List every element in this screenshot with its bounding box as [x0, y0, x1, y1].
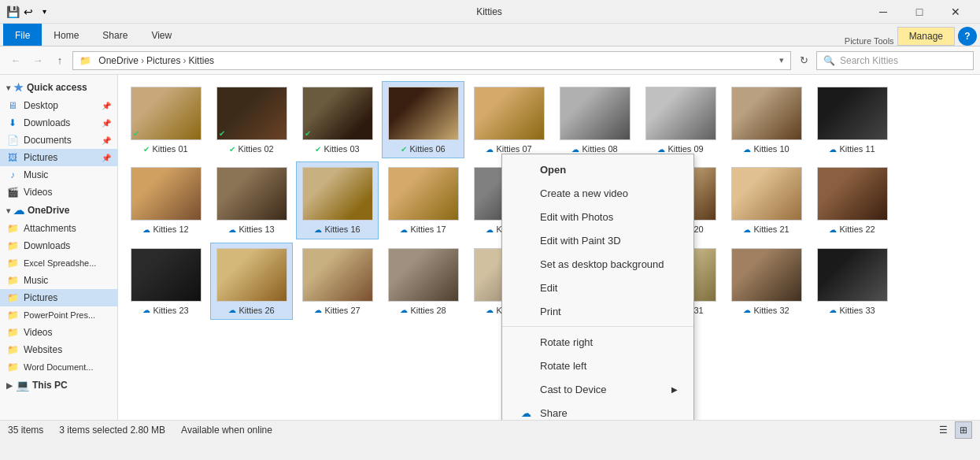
sidebar-item-music2[interactable]: 📁 Music: [0, 272, 117, 289]
ctx-item-share[interactable]: ☁ Share: [502, 401, 693, 420]
file-item-06[interactable]: ✔ Kitties 06: [382, 81, 464, 158]
back-button[interactable]: ←: [6, 51, 25, 70]
pin-icon: 📌: [102, 136, 111, 145]
sidebar-header-thispc[interactable]: ▶ 💻 This PC: [0, 376, 117, 395]
file-item-01[interactable]: ✔ ✔ Kitties 01: [124, 81, 207, 158]
file-item-27[interactable]: ☁ Kitties 27: [296, 243, 379, 320]
folder-icon: 📁: [6, 257, 19, 269]
file-thumbnail: ✔: [302, 87, 373, 140]
sidebar-label: Downloads: [24, 117, 70, 128]
music-icon: ♪: [6, 169, 19, 181]
file-item-28[interactable]: ☁ Kitties 28: [382, 243, 464, 320]
minimize-button[interactable]: ─: [865, 0, 901, 24]
sidebar-item-pptpres[interactable]: 📁 PowerPoint Pres...: [0, 306, 117, 324]
address-path[interactable]: 📁 OneDrive › Pictures › Kitties ▾: [72, 51, 791, 70]
ctx-item-label: Print: [540, 306, 561, 317]
path-dropdown-icon[interactable]: ▾: [779, 55, 784, 65]
item-icon: [518, 303, 534, 319]
ctx-item-set-desktop-bg[interactable]: Set as desktop background: [502, 252, 693, 276]
documents-icon: 📄: [6, 134, 19, 147]
sidebar-item-downloads2[interactable]: 📁 Downloads: [0, 237, 117, 254]
item-icon: [518, 161, 534, 177]
file-item-07[interactable]: ☁ Kitties 07: [468, 81, 550, 158]
file-item-17[interactable]: ☁ Kitties 17: [382, 161, 464, 239]
file-name-label: ☁ Kitties 28: [400, 305, 446, 316]
ctx-item-create-new-video[interactable]: Create a new video: [502, 181, 693, 205]
help-button[interactable]: ?: [958, 27, 977, 46]
file-item-26[interactable]: ☁ Kitties 26: [210, 243, 293, 320]
ctx-item-label: Rotate left: [540, 360, 586, 372]
search-box[interactable]: 🔍 Search Kitties: [816, 51, 974, 70]
file-item-11[interactable]: ☁ Kitties 11: [811, 81, 893, 158]
ctx-item-open[interactable]: Open: [502, 158, 693, 181]
cloud-icon: ☁: [518, 405, 534, 420]
file-item-09[interactable]: ☁ Kitties 09: [639, 81, 722, 158]
sidebar-item-downloads[interactable]: ⬇ Downloads 📌: [0, 114, 117, 132]
file-item-08[interactable]: ☁ Kitties 08: [553, 81, 636, 158]
tab-manage[interactable]: Manage: [897, 27, 955, 46]
ctx-item-edit[interactable]: Edit: [502, 276, 693, 299]
sidebar-item-desktop[interactable]: 🖥 Desktop 📌: [0, 97, 117, 114]
file-name-label: ☁ Kitties 21: [743, 224, 789, 235]
ctx-item-label: Set as desktop background: [540, 258, 664, 270]
close-button[interactable]: ✕: [937, 0, 974, 24]
sidebar-item-excel[interactable]: 📁 Excel Spreadshe...: [0, 254, 117, 272]
file-thumbnail: [645, 87, 716, 140]
quick-access-icon[interactable]: 💾: [6, 6, 19, 18]
sidebar-header-quick-access[interactable]: ▾ ★ Quick access: [0, 78, 117, 97]
path-pictures: Pictures: [146, 55, 180, 66]
tab-view[interactable]: View: [139, 24, 183, 46]
sidebar-item-websites[interactable]: 📁 Websites: [0, 341, 117, 358]
maximize-button[interactable]: □: [901, 0, 937, 24]
file-name-label: ☁ Kitties 13: [228, 224, 274, 235]
undo-icon[interactable]: ↩: [22, 6, 35, 18]
grid-view-button[interactable]: ⊞: [955, 421, 972, 439]
tab-home[interactable]: Home: [42, 24, 91, 46]
sidebar: ▾ ★ Quick access 🖥 Desktop 📌 ⬇ Downloads…: [0, 75, 118, 420]
title-bar-icons: 💾 ↩ ▾: [6, 6, 50, 18]
path-icon: 📁: [80, 55, 91, 66]
list-view-button[interactable]: ☰: [934, 421, 952, 439]
sidebar-item-documents[interactable]: 📄 Documents 📌: [0, 132, 117, 149]
tab-share[interactable]: Share: [91, 24, 139, 46]
file-name-label: ☁ Kitties 12: [142, 224, 188, 235]
sidebar-item-worddocs[interactable]: 📁 Word Document...: [0, 358, 117, 376]
file-item-22[interactable]: ☁ Kitties 22: [811, 161, 893, 239]
ctx-item-rotate-left[interactable]: Rotate left: [502, 354, 693, 377]
sidebar-item-videos2[interactable]: 📁 Videos: [0, 324, 117, 341]
ribbon: File Home Share View Picture Tools Manag…: [0, 24, 980, 46]
forward-button[interactable]: →: [28, 51, 47, 70]
file-item-21[interactable]: ☁ Kitties 21: [725, 161, 808, 239]
up-button[interactable]: ↑: [50, 51, 69, 70]
ctx-item-edit-paint3d[interactable]: Edit with Paint 3D: [502, 228, 693, 252]
sidebar-item-videos[interactable]: 🎬 Videos: [0, 184, 117, 201]
sidebar-label: Videos: [24, 187, 52, 198]
sidebar-header-onedrive[interactable]: ▾ ☁ OneDrive: [0, 201, 117, 220]
file-item-13[interactable]: ☁ Kitties 13: [210, 161, 293, 239]
file-thumbnail: [731, 167, 802, 221]
check-mark-icon: ✔: [219, 129, 225, 138]
sidebar-item-pictures[interactable]: 🖼 Pictures 📌: [0, 149, 117, 166]
ctx-item-edit-photos[interactable]: Edit with Photos: [502, 205, 693, 228]
sidebar-item-attachments[interactable]: 📁 Attachments: [0, 220, 117, 237]
customize-icon[interactable]: ▾: [38, 6, 50, 18]
file-item-02[interactable]: ✔ ✔ Kitties 02: [210, 81, 293, 158]
file-thumbnail: [388, 87, 459, 140]
refresh-button[interactable]: ↻: [794, 51, 813, 70]
file-item-16[interactable]: ☁ Kitties 16: [296, 161, 379, 239]
ctx-item-rotate-right[interactable]: Rotate right: [502, 330, 693, 354]
file-item-10[interactable]: ☁ Kitties 10: [725, 81, 808, 158]
file-thumbnail: [388, 248, 459, 302]
sidebar-item-music[interactable]: ♪ Music: [0, 166, 117, 184]
sidebar-item-pictures2[interactable]: 📁 Pictures: [0, 289, 117, 306]
tab-file[interactable]: File: [3, 24, 42, 46]
folder-icon: 📁: [6, 326, 19, 339]
file-item-33[interactable]: ☁ Kitties 33: [811, 243, 893, 320]
file-item-23[interactable]: ☁ Kitties 23: [124, 243, 207, 320]
file-item-32[interactable]: ☁ Kitties 32: [725, 243, 808, 320]
ctx-item-cast-to-device[interactable]: Cast to Device ▶: [502, 377, 693, 401]
file-item-03[interactable]: ✔ ✔ Kitties 03: [296, 81, 379, 158]
ctx-item-print[interactable]: Print: [502, 299, 693, 323]
file-item-12[interactable]: ☁ Kitties 12: [124, 161, 207, 239]
file-name-label: ☁ Kitties 11: [829, 143, 875, 154]
